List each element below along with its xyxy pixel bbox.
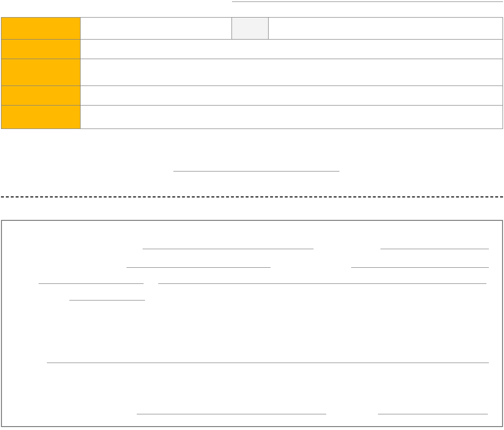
row2-label [1, 40, 81, 59]
form-line-3-right [158, 283, 486, 284]
form-line-1-left [143, 249, 314, 249]
row3-value [81, 59, 503, 86]
top-underline [232, 1, 503, 2]
row4-label [1, 86, 81, 106]
row1-value3 [269, 18, 503, 40]
form-line-5 [47, 363, 489, 363]
form-line-6-right [378, 414, 488, 414]
row3-label [1, 59, 81, 86]
form-line-2-right [351, 267, 489, 268]
dashed-divider [1, 196, 503, 197]
row2-value [81, 40, 503, 59]
form-line-3-left [39, 283, 144, 284]
table-row [1, 18, 503, 40]
info-table [1, 17, 503, 129]
table-row [1, 40, 503, 59]
form-line-4 [69, 300, 145, 301]
row5-value [81, 106, 503, 129]
form-line-6-left [137, 414, 326, 414]
row4-value [81, 86, 503, 106]
table-row [1, 106, 503, 129]
mid-underline [173, 171, 339, 172]
row5-label [1, 106, 81, 129]
form-line-2-left [126, 267, 271, 268]
form-line-1-right [380, 249, 489, 249]
row1-value1 [81, 18, 232, 40]
table-row [1, 86, 503, 106]
form-box [1, 220, 503, 427]
table-row [1, 59, 503, 86]
row1-value2 [232, 18, 269, 40]
row1-label [1, 18, 81, 40]
